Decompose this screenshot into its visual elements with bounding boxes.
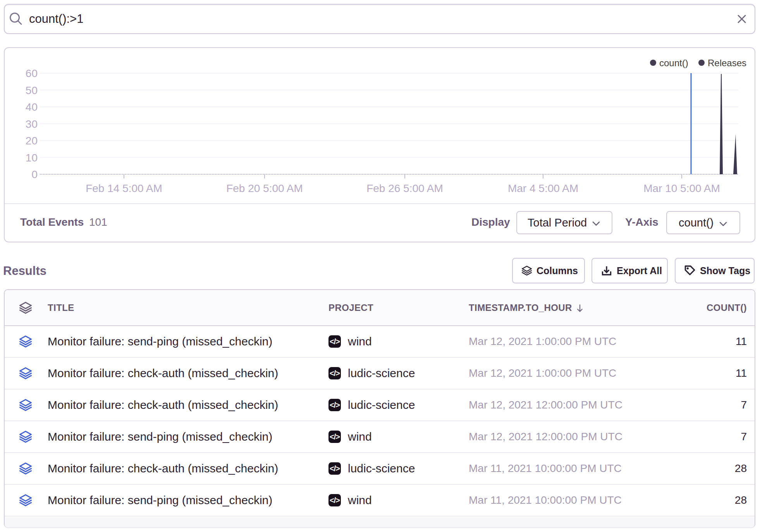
svg-text:Releases: Releases <box>708 58 746 68</box>
svg-text:Feb 14 5:00 AM: Feb 14 5:00 AM <box>86 182 162 194</box>
svg-text:Mar 4 5:00 AM: Mar 4 5:00 AM <box>508 182 578 194</box>
svg-text:0: 0 <box>31 168 38 180</box>
svg-text:40: 40 <box>26 101 38 113</box>
svg-text:30: 30 <box>26 118 38 130</box>
svg-text:10: 10 <box>26 152 38 164</box>
svg-text:count(): count() <box>659 58 688 68</box>
svg-text:50: 50 <box>26 84 38 96</box>
svg-text:60: 60 <box>26 67 38 79</box>
svg-text:Feb 26 5:00 AM: Feb 26 5:00 AM <box>366 182 443 194</box>
svg-text:Feb 20 5:00 AM: Feb 20 5:00 AM <box>226 182 303 194</box>
svg-text:Mar 10 5:00 AM: Mar 10 5:00 AM <box>643 182 720 194</box>
svg-text:20: 20 <box>26 135 38 147</box>
